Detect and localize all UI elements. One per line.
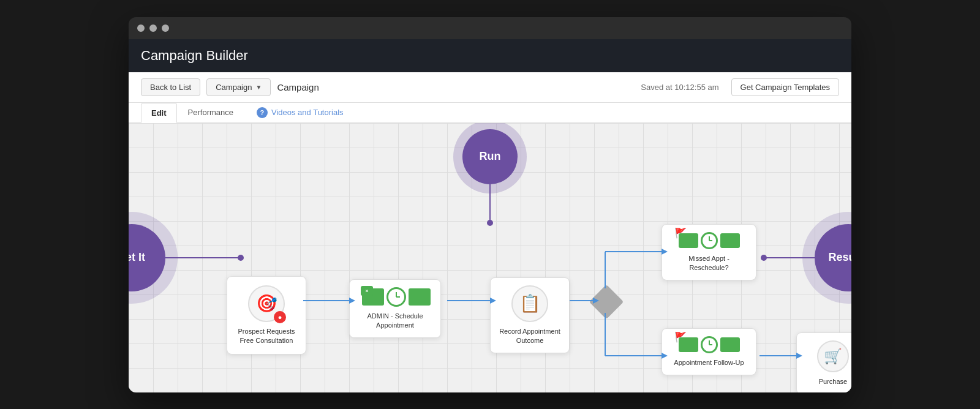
flag-icon-followup: 🚩 xyxy=(674,331,687,343)
tab-help[interactable]: ? Videos and Tutorials xyxy=(257,107,344,118)
prospect-label: Prospect Requests Free Consultation xyxy=(236,327,297,346)
followup-icon xyxy=(679,336,740,353)
clock-icon-3 xyxy=(701,336,718,353)
run-label: Run xyxy=(480,150,501,163)
saved-status: Saved at 10:12:55 am xyxy=(641,83,718,92)
canvas-area: Set It Results Run xyxy=(129,123,851,392)
set-it-connector-dot xyxy=(238,255,244,261)
arrow-badge: » xyxy=(361,286,373,296)
flag-icon-missed: 🚩 xyxy=(674,227,687,239)
prospect-node[interactable]: 🎯 ● Prospect Requests Free Consultation xyxy=(227,276,306,355)
admin-schedule-label: ADMIN - Schedule Appointment xyxy=(357,312,433,331)
admin-schedule-node[interactable]: » ADMIN - Schedule Appointment xyxy=(349,279,441,339)
admin-schedule-icon: » xyxy=(360,287,431,307)
app-title: Campaign Builder xyxy=(141,48,248,63)
app-header: Campaign Builder xyxy=(129,39,851,72)
set-it-circle[interactable]: Set It xyxy=(129,224,165,291)
results-connector-dot xyxy=(761,255,767,261)
purchase-node[interactable]: 🛒 Purchase xyxy=(796,332,851,392)
campaign-dropdown-label: Campaign xyxy=(216,83,252,92)
appointment-followup-node[interactable]: 🚩 Appointment Follow-Up xyxy=(662,328,756,375)
followup-label: Appointment Follow-Up xyxy=(674,358,744,367)
gb2 xyxy=(720,233,740,248)
toolbar: Back to List Campaign ▼ Saved at 10:12:5… xyxy=(129,72,851,103)
run-connector xyxy=(489,184,491,221)
run-dot xyxy=(487,220,493,226)
prospect-icon: 🎯 ● xyxy=(248,285,285,322)
results-label: Results xyxy=(828,251,851,264)
help-label: Videos and Tutorials xyxy=(271,108,344,117)
get-campaign-templates-button[interactable]: Get Campaign Templates xyxy=(731,78,839,96)
help-icon: ? xyxy=(257,107,268,118)
record-label: Record Appointment Outcome xyxy=(498,327,562,346)
results-connector-line xyxy=(766,257,815,258)
set-it-label: Set It xyxy=(129,251,145,264)
clock-icon xyxy=(386,287,406,307)
run-button[interactable]: Run xyxy=(462,129,518,184)
traffic-light-minimize[interactable] xyxy=(149,24,157,32)
tab-performance[interactable]: Performance xyxy=(178,103,243,122)
prospect-badge: ● xyxy=(274,311,286,323)
tab-edit[interactable]: Edit xyxy=(141,103,177,123)
traffic-light-close[interactable] xyxy=(137,24,145,32)
missed-appt-icon xyxy=(679,232,740,249)
cart-icon: 🛒 xyxy=(817,340,849,372)
missed-appt-label: Missed Appt - Reschedule? xyxy=(669,254,748,273)
set-it-connector-line xyxy=(165,257,239,258)
record-icon: 📋 xyxy=(511,285,548,322)
record-node[interactable]: 📋 Record Appointment Outcome xyxy=(490,277,570,354)
traffic-light-maximize[interactable] xyxy=(162,24,169,32)
gb4 xyxy=(720,337,740,352)
decision-diamond[interactable] xyxy=(589,284,624,319)
tabs-bar: Edit Performance ? Videos and Tutorials xyxy=(129,103,851,123)
app-window: Campaign Builder Back to List Campaign ▼… xyxy=(129,17,851,392)
titlebar xyxy=(129,17,851,39)
missed-appt-node[interactable]: 🚩 Missed Appt - Reschedule? xyxy=(662,224,756,281)
results-circle[interactable]: Results xyxy=(815,224,851,291)
clock-icon-2 xyxy=(701,232,718,249)
purchase-label: Purchase xyxy=(819,377,847,386)
campaign-dropdown-button[interactable]: Campaign ▼ xyxy=(206,78,271,96)
chevron-down-icon: ▼ xyxy=(255,84,262,91)
green-block-right xyxy=(409,288,431,306)
back-to-list-button[interactable]: Back to List xyxy=(141,78,200,96)
campaign-name-input[interactable] xyxy=(277,82,399,92)
